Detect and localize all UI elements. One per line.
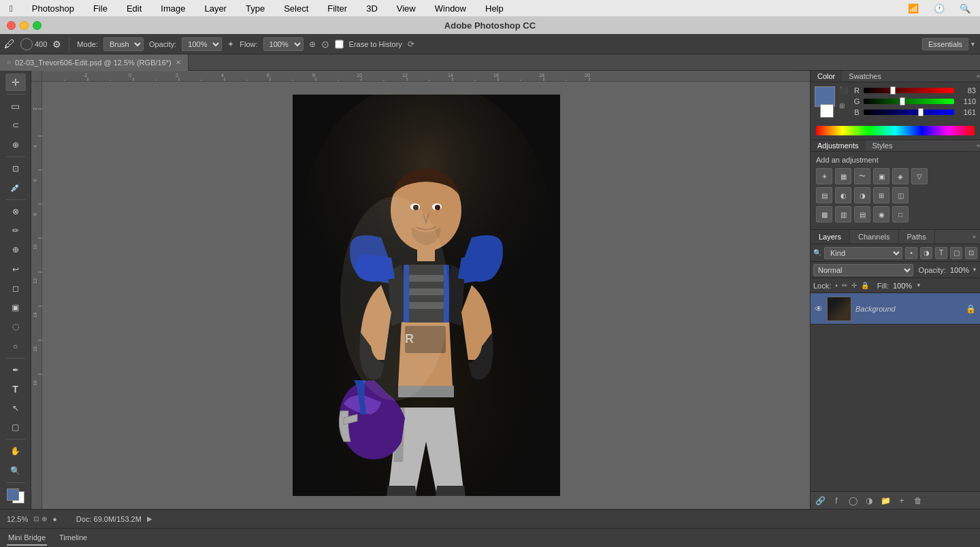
background-layer-row[interactable]: 👁 Background 🔒	[811, 293, 980, 325]
color-spectrum-bar[interactable]	[816, 126, 975, 135]
vibrance-adj-btn[interactable]: ◈	[892, 168, 909, 184]
toolbar-fg-color[interactable]	[7, 488, 19, 501]
lock-paint-icon[interactable]: ✏	[842, 282, 847, 289]
colorlookup-adj-btn[interactable]: ◫	[892, 187, 909, 203]
timeline-tab[interactable]: Timeline	[58, 531, 88, 546]
delete-layer-btn[interactable]: 🗑	[911, 495, 925, 507]
filter-shape-btn[interactable]: ▢	[950, 247, 962, 259]
zoom-fit-icon[interactable]: ⊡	[33, 515, 39, 523]
fill-arrow[interactable]: ▼	[916, 282, 921, 288]
colorbalance-adj-btn[interactable]: ▤	[816, 187, 832, 203]
eraser-tool-btn[interactable]: ◻	[5, 280, 26, 297]
hand-tool-btn[interactable]: ✋	[5, 442, 26, 460]
quick-select-tool-btn[interactable]: ⊕	[5, 136, 26, 154]
brush-mode-select[interactable]: Brush	[103, 37, 144, 51]
maximize-button[interactable]	[33, 21, 42, 30]
add-layer-btn[interactable]: +	[895, 495, 909, 507]
lock-transparency-icon[interactable]: ▪	[835, 282, 838, 289]
marquee-tool-btn[interactable]: ▭	[5, 97, 26, 115]
color-spectrum-icon[interactable]: ⬛	[839, 86, 847, 94]
filter-pixel-btn[interactable]: ▪	[905, 247, 917, 259]
zoom-tool-btn[interactable]: 🔍	[5, 462, 26, 480]
zoom-actual-icon[interactable]: ⊕	[42, 515, 47, 523]
gradient-tool-btn[interactable]: ▣	[5, 299, 26, 316]
brush-tool-btn[interactable]: ✏	[5, 222, 26, 239]
gradient-adj-btn[interactable]: ◉	[873, 206, 889, 222]
brush-size-control[interactable]: 400	[20, 38, 47, 50]
blend-mode-select[interactable]: Normal	[813, 264, 913, 276]
swatches-panel-tab[interactable]: Swatches	[842, 71, 888, 82]
menu-edit[interactable]: Edit	[122, 2, 146, 15]
eyedropper-tool-btn[interactable]: 💉	[5, 179, 26, 197]
opacity-select[interactable]: 100%	[182, 37, 222, 51]
erase-to-history-label[interactable]: Erase to History	[349, 40, 402, 48]
selectivecolor-adj-btn[interactable]: □	[892, 206, 909, 222]
channels-tab[interactable]: Channels	[850, 230, 898, 244]
bw-adj-btn[interactable]: ◐	[835, 187, 851, 203]
clone-tool-btn[interactable]: ⊕	[5, 241, 26, 259]
adj-panel-expand[interactable]: »	[977, 142, 980, 149]
status-play-btn[interactable]: ▶	[147, 515, 152, 523]
filter-smart-btn[interactable]: ⊡	[965, 247, 977, 259]
menu-filter[interactable]: Filter	[323, 2, 351, 15]
g-thumb[interactable]	[900, 97, 905, 105]
color-panel-expand[interactable]: »	[977, 73, 980, 80]
document-tab[interactable]: ○ 02-03_Trevor606-Edit.psd @ 12.5% (RGB/…	[0, 54, 189, 71]
apple-menu[interactable]: 	[5, 2, 17, 15]
menu-window[interactable]: Window	[431, 2, 470, 15]
brush-size-value[interactable]: 400	[35, 40, 47, 48]
menu-photoshop[interactable]: Photoshop	[28, 2, 78, 15]
fill-value[interactable]: 100%	[893, 282, 912, 290]
add-style-btn[interactable]: f	[830, 495, 843, 507]
photofilter-adj-btn[interactable]: ◑	[854, 187, 870, 203]
threshold-adj-btn[interactable]: ▤	[854, 206, 870, 222]
lasso-tool-btn[interactable]: ⊂	[5, 116, 26, 134]
r-slider[interactable]	[864, 88, 954, 93]
minibridge-tab[interactable]: Mini Bridge	[7, 531, 47, 546]
menu-3d[interactable]: 3D	[362, 2, 382, 15]
tab-close-button[interactable]: ✕	[176, 59, 181, 66]
g-slider[interactable]	[864, 99, 954, 104]
history-brush-btn[interactable]: ↩	[5, 261, 26, 278]
essentials-button[interactable]: Essentials	[922, 38, 968, 50]
blur-tool-btn[interactable]: ◌	[5, 318, 26, 335]
styles-tab[interactable]: Styles	[866, 140, 900, 151]
color-panel-tab[interactable]: Color	[811, 71, 842, 82]
dodge-tool-btn[interactable]: ○	[5, 337, 26, 354]
add-group-btn[interactable]: 📁	[879, 495, 892, 507]
add-mask-btn[interactable]: ◯	[846, 495, 860, 507]
opacity-value[interactable]: 100%	[950, 266, 969, 274]
heal-tool-btn[interactable]: ⊗	[5, 203, 26, 220]
menu-view[interactable]: View	[393, 2, 420, 15]
text-tool-btn[interactable]: T	[5, 380, 26, 398]
menu-select[interactable]: Select	[280, 2, 312, 15]
layers-tab[interactable]: Layers	[811, 230, 850, 244]
toolbar-color-swatches[interactable]	[5, 487, 26, 505]
menu-layer[interactable]: Layer	[200, 2, 231, 15]
hsl-adj-btn[interactable]: ▽	[911, 168, 928, 184]
color-web-icon[interactable]: ⊞	[839, 102, 847, 110]
link-layers-btn[interactable]: 🔗	[813, 495, 827, 507]
menu-image[interactable]: Image	[157, 2, 189, 15]
add-adjustment-btn[interactable]: ◑	[862, 495, 876, 507]
brightness-adj-btn[interactable]: ☀	[816, 168, 832, 184]
channelmixer-adj-btn[interactable]: ⊞	[873, 187, 889, 203]
opacity-arrow[interactable]: ▼	[972, 267, 977, 273]
r-thumb[interactable]	[890, 86, 896, 95]
invert-adj-btn[interactable]: ▩	[816, 206, 832, 222]
filter-adjustment-btn[interactable]: ◑	[920, 247, 932, 259]
levels-adj-btn[interactable]: ▦	[835, 168, 851, 184]
menu-help[interactable]: Help	[481, 2, 508, 15]
paths-tab[interactable]: Paths	[899, 230, 935, 244]
close-button[interactable]	[7, 21, 16, 30]
filter-type-btn[interactable]: T	[935, 247, 947, 259]
menu-type[interactable]: Type	[242, 2, 269, 15]
path-select-btn[interactable]: ↖	[5, 399, 26, 417]
exposure-adj-btn[interactable]: ▣	[873, 168, 889, 184]
canvas-image[interactable]: R	[293, 95, 560, 496]
layer-visibility-icon[interactable]: 👁	[815, 304, 823, 314]
menu-file[interactable]: File	[89, 2, 112, 15]
airbrush-icon[interactable]: ⊙	[321, 39, 329, 50]
move-tool-btn[interactable]: ✛	[5, 73, 26, 91]
adjustments-tab[interactable]: Adjustments	[811, 140, 866, 151]
